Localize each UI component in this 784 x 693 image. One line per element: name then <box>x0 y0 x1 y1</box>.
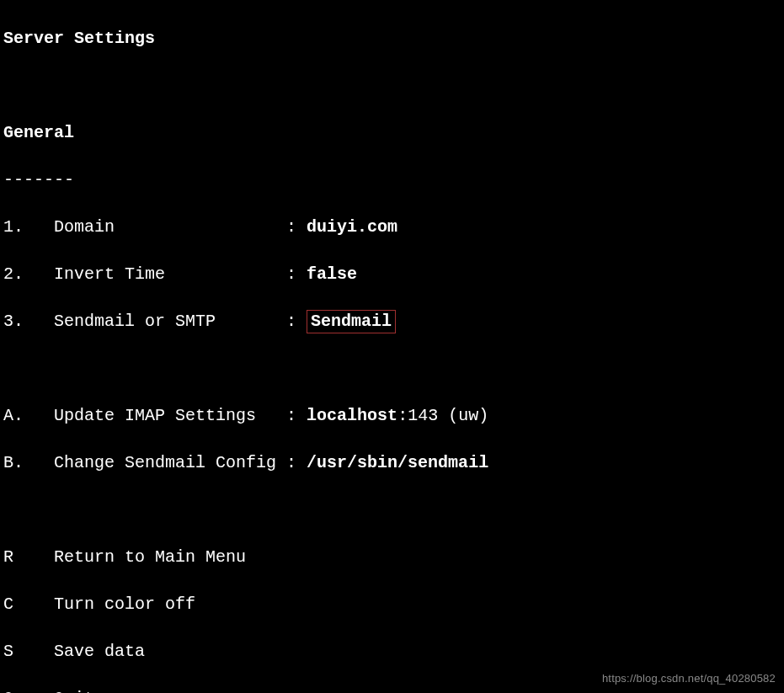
menu-R-key: R <box>3 547 13 567</box>
setting-row-2: 2. Invert Time : false <box>3 263 781 286</box>
setting-B-key: B. <box>3 453 24 472</box>
setting-A-label: Update IMAP Settings <box>54 406 256 425</box>
setting-row-3: 3. Sendmail or SMTP : Sendmail <box>3 310 781 333</box>
divider: ------- <box>3 168 781 192</box>
blank-line <box>3 498 781 522</box>
setting-A-key: A. <box>3 406 24 425</box>
menu-row-S: S Save data <box>3 640 781 664</box>
setting-3-value-highlight: Sendmail <box>307 310 396 333</box>
setting-A-value-host: localhost <box>307 406 397 425</box>
menu-row-Q: Q Quit <box>3 687 781 693</box>
blank-line <box>3 74 781 98</box>
setting-1-key: 1. <box>3 217 24 237</box>
setting-B-value: /usr/sbin/sendmail <box>307 453 488 472</box>
menu-row-C: C Turn color off <box>3 593 781 616</box>
menu-C-key: C <box>3 594 13 614</box>
setting-B-label: Change Sendmail Config <box>54 453 276 472</box>
setting-3-value: Sendmail <box>311 312 392 331</box>
menu-S-label: Save data <box>54 642 145 661</box>
blank-line <box>3 357 781 381</box>
menu-row-R: R Return to Main Menu <box>3 546 781 569</box>
setting-row-1: 1. Domain : duiyi.com <box>3 216 781 239</box>
setting-2-key: 2. <box>3 264 24 284</box>
setting-1-value: duiyi.com <box>307 217 397 237</box>
setting-3-label: Sendmail or SMTP <box>54 312 216 331</box>
setting-1-label: Domain <box>54 217 115 237</box>
setting-2-value: false <box>307 264 357 284</box>
menu-S-key: S <box>3 642 13 661</box>
menu-R-label: Return to Main Menu <box>54 547 246 567</box>
setting-A-value-rest: :143 (uw) <box>397 406 488 425</box>
terminal-screen[interactable]: Server Settings General ------- 1. Domai… <box>0 0 784 693</box>
menu-Q-label: Quit <box>54 689 94 693</box>
setting-3-key: 3. <box>3 312 24 331</box>
menu-Q-key: Q <box>3 689 13 693</box>
setting-row-A: A. Update IMAP Settings : localhost:143 … <box>3 404 781 428</box>
menu-C-label: Turn color off <box>54 594 195 614</box>
section-heading: General <box>3 121 781 145</box>
setting-2-label: Invert Time <box>54 264 165 284</box>
setting-row-B: B. Change Sendmail Config : /usr/sbin/se… <box>3 451 781 475</box>
page-title: Server Settings <box>3 27 781 51</box>
watermark-text: https://blog.csdn.net/qq_40280582 <box>602 671 776 686</box>
